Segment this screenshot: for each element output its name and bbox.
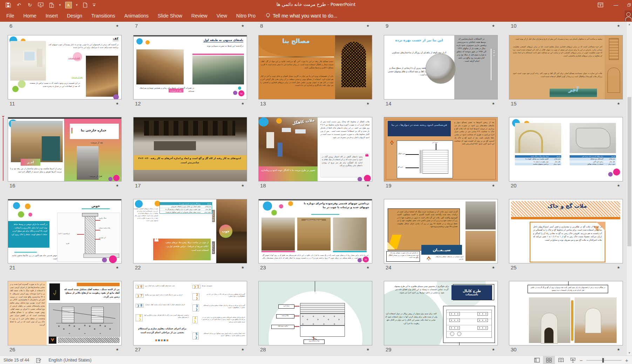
slide-cell-22[interactable]: بعد از مرمت قبل از مرمت چوب چوب در مقابل… xyxy=(133,199,246,271)
slide-cell-15[interactable]: پیشینه و ساخت آجر به سالهای باستان می رس… xyxy=(509,35,622,107)
start-from-beginning-icon[interactable] xyxy=(37,1,45,9)
slide-16-thumbnail[interactable]: جداره خارجی بنا بعد از مرمت قبل از مرمت … xyxy=(8,117,122,181)
reading-view-button[interactable] xyxy=(555,356,567,364)
slide-cell-29[interactable]: طرح کانال تاسیسات برای جلوگیری از مخدوش … xyxy=(384,281,497,353)
zoom-slider[interactable] xyxy=(586,360,621,360)
redo-button[interactable]: ↻ xyxy=(26,1,34,9)
wood-badge: چوب xyxy=(219,225,232,238)
slide-26-label-row: 26★ xyxy=(8,345,121,353)
dropdown-icon[interactable]: ▾ xyxy=(59,1,61,9)
zoom-slider-thumb[interactable] xyxy=(602,358,604,363)
tab-transitions[interactable]: Transitions xyxy=(87,10,120,22)
slide-23-thumbnail[interactable]: برداشتن چوبهای قدیمی وفرسوده واجرای دوبا… xyxy=(258,199,372,263)
slide-cell-21[interactable]: حوض در گذشته بنا دارای حوضی در وسط حیاط … xyxy=(8,199,121,271)
slide-cell-23[interactable]: برداشتن چوبهای قدیمی وفرسوده واجرای دوبا… xyxy=(258,199,372,271)
slide-30-thumbnail[interactable]: در هنگام مرمت برخی از قسمتهای بنا برای س… xyxy=(509,281,623,345)
slide-14-label-row: 14★ xyxy=(384,99,497,107)
slide-14-thumbnail[interactable]: در اکتشافات باستان‌شناسی که توسط هیئت ای… xyxy=(384,35,498,99)
slide-19-thumbnail[interactable]: فن‌شناسی اندود ریخته شده در دیوارها ، در… xyxy=(384,117,498,181)
language-indicator[interactable]: English (United States) xyxy=(45,356,95,364)
brick-label: آجــر xyxy=(21,159,40,166)
slide-15-thumbnail[interactable]: پیشینه و ساخت آجر به سالهای باستان می رس… xyxy=(509,35,623,99)
slide-26-thumbnail[interactable]: پی این بنا به صورت گسترده اجرا شده و در … xyxy=(8,281,122,345)
slide-13-thumbnail[interactable]: مصالح بنا عمده مصالح بکار رفته در این بن… xyxy=(258,35,372,99)
tab-animations[interactable]: Animations xyxy=(120,10,153,22)
tab-home[interactable]: Home xyxy=(19,10,41,22)
slide-cell-25[interactable]: ملات گچ و خاک در این بنا از ملات گچ در ط… xyxy=(509,199,622,271)
slide-cell-17[interactable]: اندودهای به کار رفته از کاه گل و گچ است … xyxy=(133,117,246,189)
quote-box: ❝ وجود دانه‌های گیاهی در کاه احتمال رویش… xyxy=(320,153,369,177)
scroll-up-icon[interactable]: ▲ xyxy=(627,22,632,27)
slide-cell-20[interactable]: عارضهایجاد ترک ورنگ پریدگی اندود عدم تعا… xyxy=(509,117,622,189)
slide-cell-30[interactable]: در هنگام مرمت برخی از قسمتهای بنا برای س… xyxy=(509,281,622,353)
slide-cell-26[interactable]: پی این بنا به صورت گسترده اجرا شده و در … xyxy=(8,281,121,353)
slide-cell-13[interactable]: مصالح بنا عمده مصالح بکار رفته در این بن… xyxy=(258,35,372,107)
paste-icon[interactable] xyxy=(48,1,55,9)
photo-niche xyxy=(585,308,601,333)
minimize-button[interactable]: — xyxy=(611,0,621,10)
table-cell: عدم تعادل xyxy=(549,158,561,160)
slide-cell-27[interactable]: 1 ❮شمع‌بندی دیوارها 2 ❮گودبرداری مقطعی و… xyxy=(133,281,246,353)
normal-view-button[interactable] xyxy=(531,356,543,364)
tab-insert[interactable]: Insert xyxy=(41,10,62,22)
slide-cell-14[interactable]: در اکتشافات باستان‌شناسی که توسط هیئت ای… xyxy=(384,35,497,107)
photo-old-wood xyxy=(216,232,247,263)
zoom-out-button[interactable]: − xyxy=(579,357,584,363)
wood-defect-table: عارضهپوسیدگی و تخریب شیرسر چوبی بنا عدم … xyxy=(159,202,212,214)
tab-design[interactable]: Design xyxy=(62,10,87,22)
after-label: بعد از مرمت xyxy=(169,89,183,92)
tab-review[interactable]: Review xyxy=(187,10,212,22)
spellcheck-icon[interactable] xyxy=(33,356,45,364)
slide-number: 8 xyxy=(258,23,263,29)
account-share-button[interactable] xyxy=(625,11,632,21)
ribbon-display-options-button[interactable] xyxy=(595,0,606,10)
slide-cell-12[interactable]: پله‌های منتهی به طبقه اول درگذشته این پل… xyxy=(133,35,246,107)
slideshow-view-button[interactable] xyxy=(567,356,579,364)
table-cell: عدم تعادل xyxy=(604,158,616,160)
tab-view[interactable]: View xyxy=(212,10,232,22)
slide-cell-16[interactable]: جداره خارجی بنا بعد از مرمت قبل از مرمت … xyxy=(8,117,121,189)
slide-cell-18[interactable]: ملات کاهگل تصویر در طرح مرمت بنا با کاه‌… xyxy=(258,117,372,189)
slide-22-thumbnail[interactable]: بعد از مرمت قبل از مرمت چوب چوب در مقابل… xyxy=(133,199,247,263)
slide-cell-28[interactable]: دیوار آجری سنگ و شفته شالوده شفته آهک مو… xyxy=(258,281,372,353)
slide-number: 28 xyxy=(258,346,266,352)
tab-slideshow[interactable]: Slide Show xyxy=(153,10,187,22)
slide-21-thumbnail[interactable]: حوض در گذشته بنا دارای حوضی در وسط حیاط … xyxy=(8,199,122,263)
scroll-down-icon[interactable]: ▼ xyxy=(627,350,632,356)
tab-nitro-pro[interactable]: Nitro Pro xyxy=(232,10,260,22)
dropdown-icon[interactable]: ▾ xyxy=(75,1,78,9)
animation-star-icon: ★ xyxy=(617,348,622,351)
vertical-scrollbar[interactable]: ▲ ▼ xyxy=(627,22,632,356)
slide-28-thumbnail[interactable]: دیوار آجری سنگ و شفته شالوده شفته آهک مو… xyxy=(258,281,372,345)
tab-file[interactable]: File xyxy=(0,10,19,22)
slide-18-label-row: 18★ xyxy=(258,181,372,189)
tell-me-box[interactable]: Tell me what you want to do... xyxy=(260,13,337,19)
undo-button[interactable]: ↶ xyxy=(15,1,23,9)
restore-button[interactable] xyxy=(627,0,632,10)
slide-28-label-row: 28★ xyxy=(258,345,372,353)
decor-circle xyxy=(108,177,113,181)
slide-sorter-view-button[interactable] xyxy=(543,356,555,364)
slide-cell-19[interactable]: فن‌شناسی اندود ریخته شده در دیوارها ، در… xyxy=(384,117,497,189)
slide-11-thumbnail[interactable]: کف در گذشته کف برخی از قسمتهای این بنا چ… xyxy=(8,35,122,99)
slide-24-thumbnail[interactable]: گردی است نرم، جاذب آب و چسباننده خرده سن… xyxy=(384,199,498,263)
slide-20-thumbnail[interactable]: عارضهایجاد ترک ورنگ پریدگی اندود عدم تعا… xyxy=(509,117,623,181)
slide-indicator[interactable]: Slide 15 of 44 xyxy=(0,356,33,364)
slide-12-thumbnail[interactable]: پله‌های منتهی به طبقه اول درگذشته این پل… xyxy=(133,35,247,99)
save-icon[interactable] xyxy=(4,1,12,9)
slide-17-thumbnail[interactable]: اندودهای به کار رفته از کاه گل و گچ است … xyxy=(133,117,247,181)
customize-qat-icon[interactable] xyxy=(92,1,96,9)
new-document-icon[interactable] xyxy=(81,1,89,9)
slide-10-label-row: 10★ xyxy=(509,22,622,29)
slide-cell-11[interactable]: کف در گذشته کف برخی از قسمتهای این بنا چ… xyxy=(8,35,121,107)
zoom-in-button[interactable]: + xyxy=(624,357,629,363)
slide-25-thumbnail[interactable]: ملات گچ و خاک در این بنا از ملات گچ در ط… xyxy=(509,199,623,263)
scrollbar-thumb[interactable] xyxy=(627,97,631,246)
slide-18-thumbnail[interactable]: ملات کاهگل تصویر در طرح مرمت بنا با کاه‌… xyxy=(258,117,372,181)
slide-sorter-canvas[interactable]: 6★ 7★ 8★ 9★ 10★ کف در گذشته کف برخی از ق… xyxy=(0,22,632,356)
slide-29-thumbnail[interactable]: طرح کانال تاسیسات برای جلوگیری از مخدوش … xyxy=(384,281,498,345)
diagram-label: اندود گچ xyxy=(398,166,403,168)
font-tool-icon[interactable]: A xyxy=(64,1,72,9)
slide-27-thumbnail[interactable]: 1 ❮شمع‌بندی دیوارها 2 ❮گودبرداری مقطعی و… xyxy=(133,281,247,345)
slide-cell-24[interactable]: گردی است نرم، جاذب آب و چسباننده خرده سن… xyxy=(384,199,497,271)
